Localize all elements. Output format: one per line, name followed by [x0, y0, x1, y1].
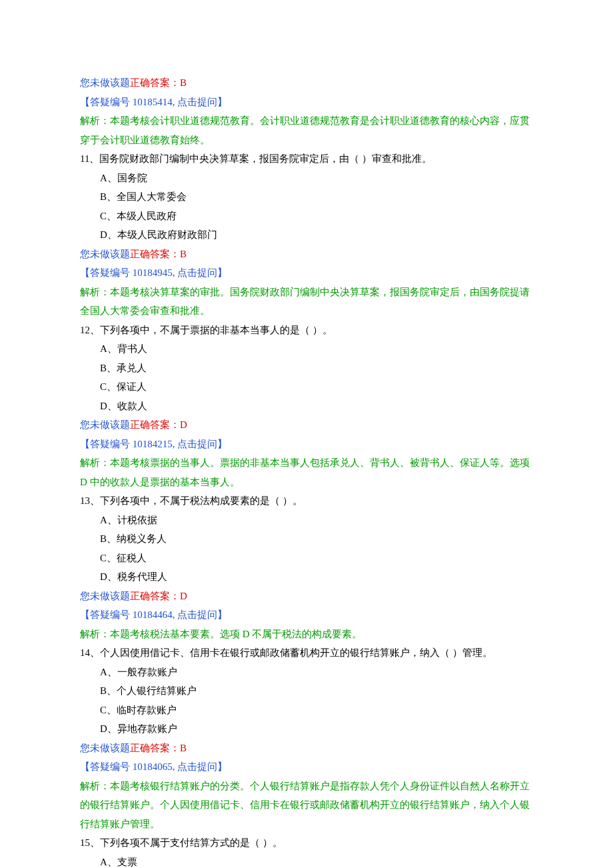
option-d[interactable]: D、本级人民政府财政部门 — [80, 225, 533, 245]
analysis: 解析：本题考核决算草案的审批。国务院财政部门编制中央决算草案，报国务院审定后，由… — [80, 283, 533, 321]
correct-answer: 正确答案：B — [130, 77, 187, 88]
status-line: 您未做该题正确答案：B — [80, 245, 533, 264]
option-b[interactable]: B、承兑人 — [80, 359, 533, 378]
qa-link[interactable]: 【答疑编号 10185414, 点击提问】 — [80, 93, 533, 112]
option-d[interactable]: D、异地存款账户 — [80, 719, 533, 739]
analysis: 解析：本题考核票据的当事人。票据的非基本当事人包括承兑人、背书人、被背书人、保证… — [80, 453, 533, 491]
option-b[interactable]: B、全国人大常委会 — [80, 187, 533, 207]
qa-link[interactable]: 【答疑编号 10184065, 点击提问】 — [80, 757, 533, 777]
option-d[interactable]: D、税务代理人 — [80, 567, 533, 587]
option-a[interactable]: A、背书人 — [80, 339, 533, 359]
option-c[interactable]: C、征税人 — [80, 549, 533, 568]
option-c[interactable]: C、本级人民政府 — [80, 207, 533, 226]
question-stem: 13、下列各项中，不属于税法构成要素的是（ ）。 — [80, 491, 533, 511]
question-stem: 11、国务院财政部门编制中央决算草案，报国务院审定后，由（ ）审查和批准。 — [80, 149, 533, 169]
status-line: 您未做该题正确答案：B — [80, 739, 533, 758]
not-answered-label: 您未做该题 — [80, 591, 130, 601]
not-answered-label: 您未做该题 — [80, 743, 130, 753]
question-stem: 12、下列各项中，不属于票据的非基本当事人的是（ ）。 — [80, 321, 533, 340]
status-line: 您未做该题正确答案：D — [80, 415, 533, 435]
question-block-12: 12、下列各项中，不属于票据的非基本当事人的是（ ）。 A、背书人 B、承兑人 … — [80, 321, 533, 492]
question-stem: 14、个人因使用借记卡、信用卡在银行或邮政储蓄机构开立的银行结算账户，纳入（ ）… — [80, 643, 533, 663]
analysis: 解析：本题考核税法基本要素。选项 D 不属于税法的构成要素。 — [80, 625, 533, 644]
option-d[interactable]: D、收款人 — [80, 397, 533, 416]
option-a[interactable]: A、计税依据 — [80, 511, 533, 530]
status-line: 您未做该题正确答案：B — [80, 73, 533, 93]
correct-answer: 正确答案：D — [130, 591, 187, 601]
option-a[interactable]: A、支票 — [80, 853, 533, 869]
option-c[interactable]: C、保证人 — [80, 377, 533, 397]
qa-link[interactable]: 【答疑编号 10184464, 点击提问】 — [80, 605, 533, 625]
option-a[interactable]: A、一般存款账户 — [80, 663, 533, 682]
qa-link[interactable]: 【答疑编号 10184215, 点击提问】 — [80, 435, 533, 454]
question-block-14: 14、个人因使用借记卡、信用卡在银行或邮政储蓄机构开立的银行结算账户，纳入（ ）… — [80, 643, 533, 833]
question-stem: 15、下列各项不属于支付结算方式的是（ ）。 — [80, 833, 533, 853]
not-answered-label: 您未做该题 — [80, 249, 130, 259]
question-block-13: 13、下列各项中，不属于税法构成要素的是（ ）。 A、计税依据 B、纳税义务人 … — [80, 491, 533, 643]
question-block-11: 11、国务院财政部门编制中央决算草案，报国务院审定后，由（ ）审查和批准。 A、… — [80, 149, 533, 321]
correct-answer: 正确答案：B — [130, 249, 187, 259]
not-answered-label: 您未做该题 — [80, 77, 130, 88]
status-line: 您未做该题正确答案：D — [80, 587, 533, 606]
question-block-15: 15、下列各项不属于支付结算方式的是（ ）。 A、支票 — [80, 833, 533, 868]
option-c[interactable]: C、临时存款账户 — [80, 701, 533, 720]
not-answered-label: 您未做该题 — [80, 419, 130, 430]
option-a[interactable]: A、国务院 — [80, 169, 533, 188]
correct-answer: 正确答案：B — [130, 743, 187, 753]
correct-answer: 正确答案：D — [130, 419, 187, 430]
qa-link[interactable]: 【答疑编号 10184945, 点击提问】 — [80, 263, 533, 283]
option-b[interactable]: B、纳税义务人 — [80, 529, 533, 549]
analysis: 解析：本题考核银行结算账户的分类。个人银行结算账户是指存款人凭个人身份证件以自然… — [80, 777, 533, 834]
option-b[interactable]: B、个人银行结算账户 — [80, 681, 533, 701]
analysis: 解析：本题考核会计职业道德规范教育。会计职业道德规范教育是会计职业道德教育的核心… — [80, 111, 533, 149]
question-block-pre: 您未做该题正确答案：B 【答疑编号 10185414, 点击提问】 解析：本题考… — [80, 73, 533, 149]
